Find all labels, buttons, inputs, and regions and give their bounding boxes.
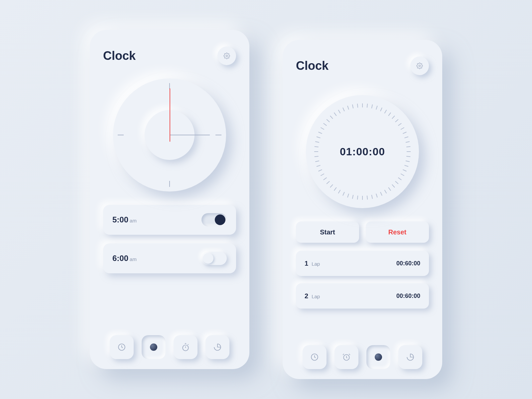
lap-label: Lap (312, 294, 320, 299)
lap-row: 2 Lap 00:60:00 (296, 283, 429, 309)
minute-hand (170, 135, 210, 135)
start-button[interactable]: Start (296, 221, 359, 243)
alarm-icon (342, 353, 351, 361)
nav-clock[interactable] (110, 335, 134, 359)
analog-clock (113, 78, 226, 192)
alarm-row: 5:00am (103, 205, 236, 235)
clock-icon (117, 343, 126, 351)
nav-stopwatch[interactable] (366, 345, 390, 369)
timer-icon (213, 343, 222, 351)
alarm-time: 6:00am (112, 254, 137, 263)
nav-clock[interactable] (303, 345, 327, 369)
stopwatch-icon (375, 353, 382, 361)
alarm-toggle[interactable] (201, 252, 227, 265)
alarm-toggle[interactable] (201, 213, 227, 226)
page-title: Clock (103, 49, 136, 63)
phone-clock-alarms: Clock 5:00am 6:00am (90, 30, 249, 369)
header: Clock (103, 47, 236, 65)
nav-timer[interactable] (205, 335, 229, 359)
lap-row: 1 Lap 00:60:00 (296, 251, 429, 276)
svg-point-2 (183, 345, 188, 351)
alarm-time: 5:00am (112, 215, 137, 224)
alarm-icon (150, 343, 157, 351)
phone-stopwatch: Clock 01:00:00 Start Reset 1 Lap 00:60:0… (283, 40, 442, 379)
clock-icon (310, 353, 319, 361)
alarm-time-value: 6:00 (112, 254, 128, 263)
alarm-row: 6:00am (103, 243, 236, 273)
stopwatch-buttons: Start Reset (296, 221, 429, 243)
toggle-knob (215, 214, 225, 225)
bottom-nav (296, 338, 429, 369)
lap-label: Lap (312, 261, 320, 267)
reset-button[interactable]: Reset (366, 221, 429, 243)
gear-icon (416, 63, 423, 69)
bottom-nav (103, 329, 236, 359)
gear-icon (223, 53, 230, 59)
nav-stopwatch[interactable] (174, 335, 198, 359)
timer-icon (406, 353, 415, 361)
settings-button[interactable] (217, 47, 236, 65)
alarm-ampm: am (130, 218, 137, 223)
svg-point-0 (226, 55, 228, 57)
second-hand (170, 88, 170, 135)
page-title: Clock (296, 59, 329, 73)
clock-tick (215, 135, 221, 135)
nav-alarm[interactable] (334, 345, 358, 369)
toggle-knob (203, 253, 213, 264)
alarm-ampm: am (130, 256, 137, 262)
nav-alarm[interactable] (142, 335, 166, 359)
clock-tick (118, 135, 124, 135)
alarm-time-value: 5:00 (112, 215, 128, 224)
settings-button[interactable] (410, 57, 429, 75)
svg-point-3 (419, 65, 421, 67)
lap-time: 00:60:00 (396, 293, 420, 300)
clock-tick (169, 181, 170, 187)
stopwatch-icon (181, 343, 190, 351)
stopwatch-dial: 01:00:00 (306, 95, 419, 208)
header: Clock (296, 57, 429, 75)
lap-number: 2 (305, 292, 308, 300)
stopwatch-value: 01:00:00 (340, 146, 385, 158)
nav-timer[interactable] (398, 345, 422, 369)
lap-number: 1 (305, 260, 308, 267)
lap-time: 00:60:00 (396, 260, 420, 267)
